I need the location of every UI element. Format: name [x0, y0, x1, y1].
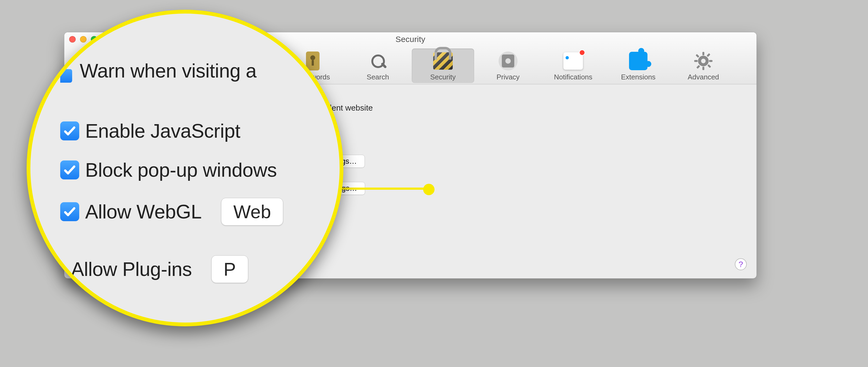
- checkbox-checked-icon: [60, 161, 79, 179]
- advanced-tab-label: Advanced: [688, 73, 719, 81]
- svg-rect-5: [695, 54, 699, 58]
- notifications-tab-label: Notifications: [554, 73, 592, 81]
- svg-rect-8: [696, 65, 700, 69]
- svg-rect-4: [709, 60, 713, 62]
- help-button[interactable]: ?: [735, 258, 747, 270]
- checkbox-checked-icon: [60, 122, 79, 140]
- gear-icon: [694, 52, 713, 70]
- magnifier-webgl-settings-button: Web: [221, 198, 283, 226]
- help-icon: ?: [739, 260, 743, 269]
- callout-leader-dot: [423, 184, 435, 195]
- security-tab[interactable]: Security: [412, 48, 474, 83]
- extensions-tab-label: Extensions: [621, 73, 655, 81]
- notifications-tab[interactable]: Notifications: [542, 48, 604, 83]
- notifications-badge-icon: [579, 49, 585, 56]
- checkbox-checked-icon: [60, 202, 79, 221]
- svg-rect-2: [703, 67, 705, 70]
- callout-leader-line: [341, 188, 428, 190]
- privacy-tab-label: Privacy: [496, 73, 520, 81]
- privacy-tab[interactable]: Privacy: [477, 48, 539, 83]
- passwords-icon: [306, 52, 319, 70]
- callout-magnifier: Warn when visiting a Enable JavaScript B…: [27, 10, 343, 326]
- hand-icon: [499, 52, 518, 70]
- search-tab-label: Search: [367, 73, 389, 81]
- window-minimize-button[interactable]: [80, 36, 87, 42]
- magnifier-enable-javascript-text: Enable JavaScript: [85, 120, 240, 142]
- extensions-tab[interactable]: Extensions: [607, 48, 670, 83]
- svg-rect-1: [703, 52, 705, 55]
- puzzle-icon: [629, 52, 648, 70]
- advanced-tab[interactable]: Advanced: [672, 48, 735, 83]
- security-tab-label: Security: [430, 73, 456, 81]
- lock-icon: [433, 52, 453, 70]
- magnifier-plugin-settings-button: P: [211, 255, 248, 283]
- search-icon: [370, 53, 386, 69]
- magnifier-warn-fraudulent-text: Warn when visiting a: [80, 60, 257, 82]
- magnifier-block-popups-text: Block pop-up windows: [85, 159, 277, 181]
- magnifier-allow-webgl-text: Allow WebGL: [85, 201, 202, 223]
- checkbox-checked-icon: [60, 69, 72, 83]
- window-close-button[interactable]: [69, 36, 76, 42]
- search-tab[interactable]: Search: [347, 48, 409, 83]
- magnifier-allow-plugins-text: Allow Plug-ins: [71, 258, 192, 280]
- svg-rect-6: [707, 64, 711, 68]
- svg-rect-7: [707, 53, 710, 57]
- svg-point-9: [701, 59, 706, 63]
- svg-rect-3: [694, 60, 698, 62]
